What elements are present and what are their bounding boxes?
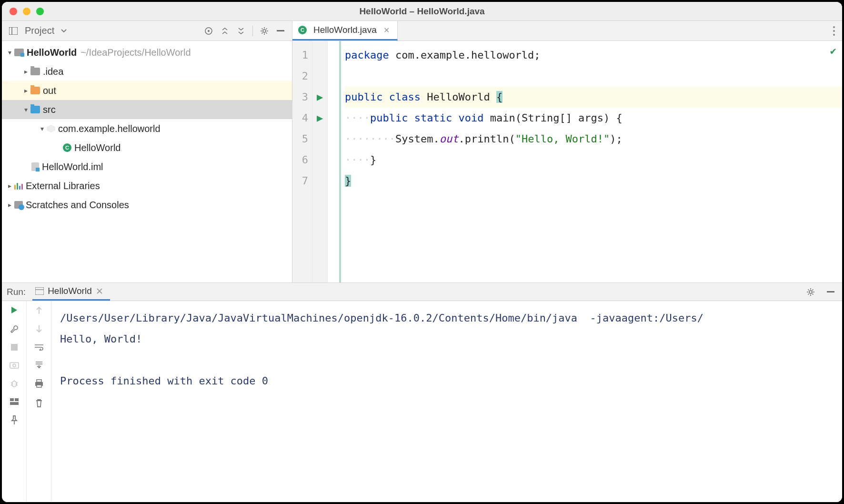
code-token: "Hello, World!"	[515, 133, 610, 145]
svg-point-16	[12, 381, 17, 387]
line-number: 6	[292, 150, 308, 171]
run-line-marker-icon[interactable]: ▶	[312, 108, 327, 129]
line-number: 4	[292, 108, 308, 129]
module-icon	[14, 49, 24, 56]
code-token: out	[440, 133, 459, 145]
project-header: Project	[2, 21, 292, 41]
print-icon[interactable]	[34, 379, 44, 388]
hide-panel-icon[interactable]	[824, 285, 837, 299]
main-split: Project	[2, 21, 842, 283]
svg-rect-13	[11, 344, 18, 351]
down-arrow-icon[interactable]	[36, 325, 42, 333]
chevron-down-icon[interactable]: ▾	[21, 106, 30, 113]
tree-root-name: HelloWorld	[27, 47, 77, 58]
scroll-to-end-icon[interactable]	[35, 361, 43, 369]
stop-icon[interactable]	[11, 344, 18, 351]
tree-iml[interactable]: HelloWorld.iml	[2, 157, 292, 176]
code-token: com.example.helloworld;	[389, 49, 541, 61]
svg-point-15	[13, 364, 16, 367]
layout-icon[interactable]	[10, 398, 19, 405]
tree-root[interactable]: ▾ HelloWorld ~/IdeaProjects/HelloWorld	[2, 43, 292, 62]
folder-icon	[30, 106, 40, 113]
soft-wrap-icon[interactable]	[34, 344, 44, 351]
file-icon	[31, 162, 39, 171]
svg-rect-19	[10, 402, 19, 405]
inspection-ok-icon[interactable]: ✔	[830, 45, 836, 57]
trash-icon[interactable]	[35, 398, 43, 408]
gear-icon[interactable]	[258, 24, 271, 38]
collapse-all-icon[interactable]	[234, 24, 248, 38]
close-tab-icon[interactable]: ✕	[383, 26, 390, 35]
tree-idea[interactable]: ▸ .idea	[2, 62, 292, 81]
code-token: );	[610, 133, 623, 145]
svg-point-11	[809, 291, 812, 293]
editor-tab-label: HelloWorld.java	[313, 25, 377, 35]
tree-class[interactable]: C HelloWorld	[2, 138, 292, 157]
debug-icon[interactable]	[10, 379, 19, 388]
svg-rect-21	[37, 380, 41, 382]
dropdown-icon[interactable]	[57, 24, 70, 38]
line-number: 2	[292, 66, 308, 87]
hide-panel-icon[interactable]	[274, 24, 287, 38]
library-icon	[14, 182, 23, 190]
tree-package[interactable]: ▾ com.example.helloworld	[2, 119, 292, 138]
console-line: /Users/User/Library/Java/JavaVirtualMach…	[60, 308, 834, 329]
pin-icon[interactable]	[11, 415, 18, 425]
code-token: }	[370, 154, 376, 166]
expand-all-icon[interactable]	[218, 24, 231, 38]
code-token: System.	[395, 133, 440, 145]
wrench-icon[interactable]	[10, 325, 19, 333]
package-icon	[47, 125, 55, 132]
code-content[interactable]: package com.example.helloworld; public c…	[341, 41, 842, 282]
tree-scratches[interactable]: ▸ Scratches and Consoles	[2, 195, 292, 214]
chevron-right-icon[interactable]: ▸	[21, 68, 30, 75]
zoom-window-icon[interactable]	[36, 8, 44, 15]
tree-item-label: .idea	[43, 66, 63, 77]
folder-icon	[30, 68, 40, 75]
chevron-right-icon[interactable]: ▸	[5, 201, 14, 209]
divider	[252, 26, 253, 36]
project-tree[interactable]: ▾ HelloWorld ~/IdeaProjects/HelloWorld ▸…	[2, 41, 292, 282]
code-token: public	[370, 112, 408, 124]
more-icon[interactable]	[830, 26, 838, 36]
tree-item-label: out	[43, 85, 56, 96]
chevron-down-icon[interactable]: ▾	[5, 49, 14, 56]
line-number: 7	[292, 171, 308, 192]
svg-rect-9	[35, 287, 44, 295]
svg-rect-22	[37, 385, 41, 387]
code-token: void	[458, 112, 483, 124]
traffic-lights	[2, 8, 44, 15]
project-view-icon[interactable]	[7, 24, 20, 38]
minimize-window-icon[interactable]	[23, 8, 30, 15]
chevron-right-icon[interactable]: ▸	[21, 87, 30, 94]
tree-item-label: HelloWorld.iml	[42, 161, 103, 172]
run-config-name: HelloWorld	[48, 286, 92, 296]
console-line: Hello, World!	[60, 329, 834, 350]
run-toolbar-secondary	[27, 301, 51, 502]
run-body: /Users/User/Library/Java/JavaVirtualMach…	[2, 301, 842, 502]
editor-body[interactable]: 1 2 3 4 5 6 7 ▶ ▶ package com.example.he…	[292, 41, 842, 282]
close-window-icon[interactable]	[10, 8, 17, 15]
run-line-marker-icon[interactable]: ▶	[312, 87, 327, 108]
rerun-icon[interactable]	[10, 306, 18, 314]
gear-icon[interactable]	[804, 285, 817, 299]
project-tool-window: Project	[2, 21, 292, 282]
tree-src[interactable]: ▾ src	[2, 100, 292, 119]
gutter-line-numbers: 1 2 3 4 5 6 7	[292, 41, 312, 282]
ide-window: HelloWorld – HelloWorld.java Project	[0, 0, 844, 504]
line-number: 5	[292, 129, 308, 150]
close-tab-icon[interactable]: ✕	[96, 286, 103, 297]
gutter-run-icons: ▶ ▶	[312, 41, 328, 282]
tree-out[interactable]: ▸ out	[2, 81, 292, 100]
chevron-down-icon[interactable]: ▾	[37, 125, 47, 132]
camera-icon[interactable]	[10, 361, 19, 369]
up-arrow-icon[interactable]	[36, 306, 42, 314]
chevron-right-icon[interactable]: ▸	[5, 182, 14, 190]
tree-external-libs[interactable]: ▸ External Libraries	[2, 176, 292, 195]
run-console[interactable]: /Users/User/Library/Java/JavaVirtualMach…	[51, 301, 842, 502]
code-token: class	[389, 91, 421, 103]
class-icon: C	[298, 26, 307, 34]
editor-tab-helloworld[interactable]: C HelloWorld.java ✕	[292, 21, 398, 40]
run-config-tab[interactable]: HelloWorld ✕	[32, 283, 110, 301]
locate-icon[interactable]	[202, 24, 215, 38]
